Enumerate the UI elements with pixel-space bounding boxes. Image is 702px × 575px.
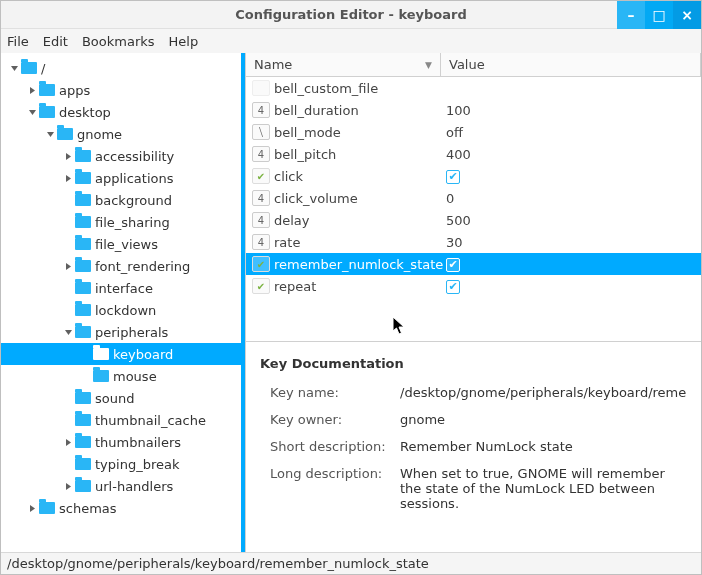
type-int-icon: 4 (252, 234, 270, 250)
column-header-name[interactable]: Name ▼ (246, 53, 441, 76)
tree-item-schemas[interactable]: schemas (1, 497, 245, 519)
key-row-repeat[interactable]: ✔repeat✔ (246, 275, 701, 297)
expander-icon[interactable] (25, 501, 39, 515)
key-row-remember_numlock_state[interactable]: ✔remember_numlock_state✔ (246, 253, 701, 275)
folder-icon (57, 128, 73, 140)
tree-item-desktop[interactable]: desktop (1, 101, 245, 123)
tree-item-label: url-handlers (95, 479, 173, 494)
expander-icon (61, 303, 75, 317)
type-bool-icon: ✔ (252, 278, 270, 294)
expander-icon[interactable] (61, 171, 75, 185)
checkbox-icon[interactable]: ✔ (446, 170, 460, 184)
expander-icon (61, 237, 75, 251)
expander-icon[interactable] (61, 259, 75, 273)
tree-item-label: lockdown (95, 303, 156, 318)
minimize-button[interactable]: – (617, 1, 645, 29)
tree-item-label: interface (95, 281, 153, 296)
tree-item-file-sharing[interactable]: file_sharing (1, 211, 245, 233)
tree-item-thumbnail-cache[interactable]: thumbnail_cache (1, 409, 245, 431)
key-list[interactable]: bell_custom_file4bell_duration100⧹bell_m… (246, 77, 701, 341)
tree-item-url-handlers[interactable]: url-handlers (1, 475, 245, 497)
key-name-text: bell_custom_file (274, 81, 438, 96)
menu-edit[interactable]: Edit (43, 34, 68, 49)
expander-icon (61, 413, 75, 427)
tree-item--[interactable]: / (1, 57, 245, 79)
menu-help[interactable]: Help (169, 34, 199, 49)
folder-icon (75, 172, 91, 184)
tree-item-label: sound (95, 391, 134, 406)
key-value-text: 100 (446, 103, 471, 118)
tree-item-sound[interactable]: sound (1, 387, 245, 409)
doc-key-name-label: Key name: (270, 385, 400, 400)
tree-item-typing-break[interactable]: typing_break (1, 453, 245, 475)
expander-icon (61, 391, 75, 405)
tree-item-label: applications (95, 171, 173, 186)
tree-item-thumbnailers[interactable]: thumbnailers (1, 431, 245, 453)
doc-long-desc-value: When set to true, GNOME will remember th… (400, 466, 687, 511)
tree-item-accessibility[interactable]: accessibility (1, 145, 245, 167)
folder-icon (75, 150, 91, 162)
folder-icon (75, 238, 91, 250)
key-name-text: repeat (274, 279, 438, 294)
window-title: Configuration Editor - keyboard (1, 7, 701, 22)
expander-icon[interactable] (61, 435, 75, 449)
tree-item-keyboard[interactable]: keyboard (1, 343, 245, 365)
key-name-text: click_volume (274, 191, 438, 206)
tree-item-font-rendering[interactable]: font_rendering (1, 255, 245, 277)
close-button[interactable]: × (673, 1, 701, 29)
expander-icon[interactable] (25, 83, 39, 97)
checkbox-icon[interactable]: ✔ (446, 280, 460, 294)
expander-icon[interactable] (43, 127, 57, 141)
expander-icon (61, 281, 75, 295)
folder-icon (75, 304, 91, 316)
folder-icon (75, 458, 91, 470)
folder-icon (75, 414, 91, 426)
expander-icon[interactable] (61, 325, 75, 339)
tree-item-apps[interactable]: apps (1, 79, 245, 101)
tree-item-label: mouse (113, 369, 157, 384)
list-header: Name ▼ Value (246, 53, 701, 77)
folder-icon (39, 502, 55, 514)
expander-icon (79, 369, 93, 383)
type-int-icon: 4 (252, 146, 270, 162)
tree-item-label: file_views (95, 237, 158, 252)
tree-item-peripherals[interactable]: peripherals (1, 321, 245, 343)
expander-icon[interactable] (7, 61, 21, 75)
app-window: Configuration Editor - keyboard – □ × Fi… (0, 0, 702, 575)
menu-bookmarks[interactable]: Bookmarks (82, 34, 155, 49)
menu-file[interactable]: File (7, 34, 29, 49)
tree-item-lockdown[interactable]: lockdown (1, 299, 245, 321)
maximize-button[interactable]: □ (645, 1, 673, 29)
key-row-click_volume[interactable]: 4click_volume0 (246, 187, 701, 209)
key-row-bell_custom_file[interactable]: bell_custom_file (246, 77, 701, 99)
tree-item-background[interactable]: background (1, 189, 245, 211)
doc-grid: Key name: /desktop/gnome/peripherals/key… (270, 385, 687, 511)
checkbox-icon[interactable]: ✔ (446, 258, 460, 272)
key-row-bell_duration[interactable]: 4bell_duration100 (246, 99, 701, 121)
tree-item-label: typing_break (95, 457, 179, 472)
type-string-icon: ⧹ (252, 124, 270, 140)
key-documentation-pane: Key Documentation Key name: /desktop/gno… (246, 341, 701, 552)
key-value-text: off (446, 125, 463, 140)
tree-item-interface[interactable]: interface (1, 277, 245, 299)
expander-icon[interactable] (25, 105, 39, 119)
tree-item-label: accessibility (95, 149, 174, 164)
key-row-delay[interactable]: 4delay500 (246, 209, 701, 231)
tree-item-mouse[interactable]: mouse (1, 365, 245, 387)
tree-item-applications[interactable]: applications (1, 167, 245, 189)
doc-key-owner-value: gnome (400, 412, 687, 427)
tree-item-file-views[interactable]: file_views (1, 233, 245, 255)
key-row-bell_mode[interactable]: ⧹bell_modeoff (246, 121, 701, 143)
tree-pane[interactable]: /appsdesktopgnomeaccessibilityapplicatio… (1, 53, 246, 552)
expander-icon[interactable] (61, 149, 75, 163)
tree-item-gnome[interactable]: gnome (1, 123, 245, 145)
folder-icon (75, 326, 91, 338)
statusbar-path: /desktop/gnome/peripherals/keyboard/reme… (7, 556, 429, 571)
key-name-text: remember_numlock_state (274, 257, 438, 272)
key-row-bell_pitch[interactable]: 4bell_pitch400 (246, 143, 701, 165)
expander-icon[interactable] (61, 479, 75, 493)
tree-item-label: schemas (59, 501, 117, 516)
key-row-click[interactable]: ✔click✔ (246, 165, 701, 187)
key-row-rate[interactable]: 4rate30 (246, 231, 701, 253)
column-header-value[interactable]: Value (441, 53, 701, 76)
